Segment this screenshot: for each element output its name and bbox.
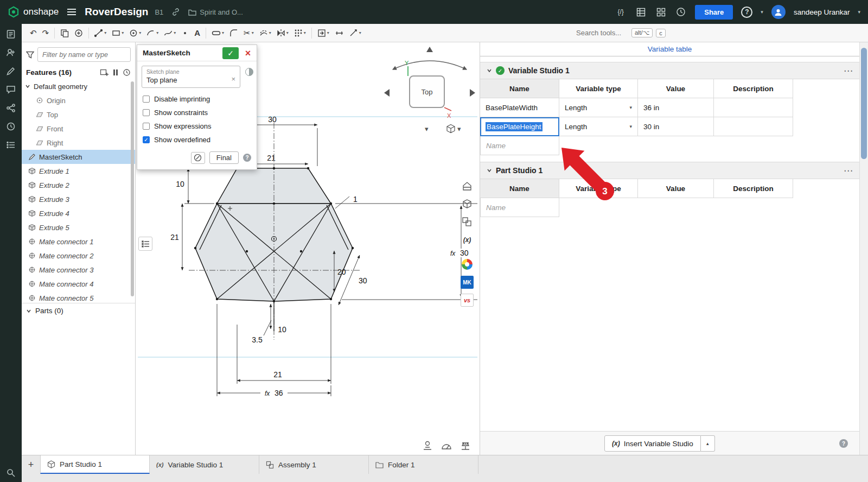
- slot-tool-caret-icon[interactable]: ▾: [222, 30, 224, 35]
- stamp-icon[interactable]: [422, 441, 433, 451]
- dim-fx-36[interactable]: 36: [275, 389, 283, 397]
- offset-tool-caret-icon[interactable]: ▾: [269, 30, 271, 35]
- search-settings-icon[interactable]: [6, 468, 16, 478]
- panel-help-icon[interactable]: ?: [839, 439, 848, 448]
- constraint-tool-caret-icon[interactable]: ▾: [359, 30, 361, 35]
- arc-tool-caret-icon[interactable]: ▾: [156, 30, 158, 35]
- suppress-icon[interactable]: [113, 69, 118, 75]
- named-views-icon[interactable]: [460, 197, 474, 211]
- copy-icon[interactable]: [58, 27, 72, 39]
- value-cell[interactable]: 36 in: [638, 98, 714, 117]
- document-title[interactable]: RoverDesign: [85, 6, 148, 18]
- description-cell[interactable]: [714, 98, 793, 117]
- learning-center-icon[interactable]: [675, 6, 687, 18]
- measure-tool[interactable]: [332, 27, 347, 39]
- arc-tool[interactable]: ▾: [144, 27, 161, 39]
- view-menu-caret[interactable]: ▾: [425, 125, 429, 133]
- tree-item-extrude-4[interactable]: Extrude 4: [22, 206, 135, 220]
- version-badge[interactable]: B1: [155, 8, 163, 16]
- insert-feature-icon[interactable]: [100, 69, 108, 77]
- avatar[interactable]: [771, 5, 786, 19]
- display-states-icon[interactable]: [460, 215, 474, 229]
- document-panel-icon[interactable]: [6, 29, 16, 39]
- dim-20[interactable]: 20: [337, 268, 346, 276]
- tree-item-front-plane[interactable]: Front: [22, 122, 135, 136]
- tree-item-mate-connector-3[interactable]: Mate connector 3: [22, 263, 135, 277]
- offset-tool[interactable]: ▾: [257, 27, 274, 39]
- half-section-icon[interactable]: [245, 68, 253, 76]
- clear-plane-icon[interactable]: ×: [231, 75, 235, 83]
- dim-30-top[interactable]: 30: [268, 115, 277, 124]
- tab-part-studio-1[interactable]: Part Studio 1: [40, 455, 150, 474]
- insert-button-caret[interactable]: ▴: [701, 435, 715, 452]
- tree-item-extrude-3[interactable]: Extrude 3: [22, 192, 135, 206]
- show-expressions-checkbox[interactable]: Show expressions: [137, 119, 257, 133]
- tab-assembly-1[interactable]: Assembly 1: [259, 455, 369, 474]
- insert-variable-studio-button[interactable]: (x) Insert Variable Studio ▴: [604, 435, 715, 452]
- search-tools-input[interactable]: [576, 29, 628, 37]
- section-menu-icon[interactable]: ⋯: [844, 165, 853, 176]
- spline-tool[interactable]: ▾: [161, 27, 178, 39]
- link-icon[interactable]: [170, 6, 182, 18]
- fillet-tool[interactable]: [227, 27, 241, 39]
- feature-list-icon[interactable]: [6, 140, 16, 150]
- variable-studio-section-header[interactable]: ✓ Variable Studio 1 ⋯: [480, 62, 859, 79]
- tree-item-top-plane[interactable]: Top: [22, 107, 135, 122]
- dim-21-left[interactable]: 21: [170, 233, 179, 242]
- dim-21-top[interactable]: 21: [267, 154, 276, 162]
- line-tool[interactable]: ▾: [92, 27, 109, 39]
- slot-tool[interactable]: ▾: [209, 27, 227, 39]
- rotate-up-icon[interactable]: [426, 47, 433, 52]
- collaboration-icon[interactable]: [6, 103, 16, 113]
- add-tab-button[interactable]: +: [22, 455, 40, 474]
- name-cell-editing[interactable]: BasePlateHeight: [480, 117, 559, 136]
- view-cube[interactable]: Top Y X: [381, 46, 478, 122]
- line-tool-caret-icon[interactable]: ▾: [104, 30, 106, 35]
- dialog-help-icon[interactable]: ?: [243, 154, 251, 162]
- show-overdefined-checkbox[interactable]: ✓Show overdefined: [137, 133, 257, 147]
- type-dropdown[interactable]: Length▾: [559, 98, 638, 117]
- sketch-preview-button[interactable]: [191, 152, 205, 164]
- new-variable-name-cell[interactable]: Name: [480, 198, 559, 217]
- dim-3-5[interactable]: 3.5: [252, 335, 263, 344]
- tree-item-mastersketch[interactable]: MasterSketch: [22, 150, 135, 164]
- point-tool[interactable]: [178, 28, 192, 39]
- follow-mode-icon[interactable]: [6, 48, 16, 58]
- sketch-plane-field[interactable]: Sketch plane Top plane ×: [142, 66, 240, 88]
- main-menu-icon[interactable]: [65, 7, 78, 17]
- dim-30-diagonal[interactable]: 30: [359, 276, 367, 285]
- chevron-down-icon[interactable]: [25, 84, 30, 89]
- mk-app-icon[interactable]: MK: [460, 275, 474, 289]
- dim-1-right[interactable]: 1: [353, 195, 358, 204]
- view-mode-button[interactable]: ▾: [446, 124, 461, 134]
- spreadsheet-icon[interactable]: [635, 6, 647, 18]
- undo-button[interactable]: ↶: [27, 27, 40, 39]
- trim-tool-caret-icon[interactable]: ▾: [252, 30, 254, 35]
- mirror-tool[interactable]: ▾: [274, 27, 291, 39]
- parts-section-header[interactable]: Parts (0): [22, 303, 135, 318]
- description-cell[interactable]: [714, 117, 793, 136]
- rectangle-tool[interactable]: ▾: [109, 27, 126, 39]
- name-cell[interactable]: BasePlateWidth: [480, 98, 559, 117]
- value-cell[interactable]: 30 in: [638, 117, 714, 136]
- part-studio-section-header[interactable]: Part Studio 1 ⋯: [480, 162, 859, 179]
- export-tool[interactable]: ▾: [315, 27, 332, 39]
- pattern-tool[interactable]: ▾: [291, 27, 309, 39]
- tree-item-extrude-5[interactable]: Extrude 5: [22, 220, 135, 234]
- versions-icon[interactable]: [6, 122, 16, 131]
- tree-item-mate-connector-2[interactable]: Mate connector 2: [22, 249, 135, 263]
- onshape-logo[interactable]: onshape: [8, 6, 59, 18]
- share-button[interactable]: Share: [695, 5, 733, 20]
- graphics-canvas[interactable]: 30 21 10 1 21 20 30 10 3.5: [136, 42, 480, 455]
- pattern-tool-caret-icon[interactable]: ▾: [304, 30, 306, 35]
- tree-item-right-plane[interactable]: Right: [22, 136, 135, 150]
- circle-tool[interactable]: ▾: [126, 27, 144, 39]
- apps-grid-icon[interactable]: [655, 6, 667, 18]
- tree-item-origin[interactable]: Origin: [22, 93, 135, 107]
- scale-icon[interactable]: [460, 441, 471, 451]
- breadcrumb[interactable]: Spirit and O...: [188, 8, 242, 16]
- help-button[interactable]: ?: [741, 7, 752, 18]
- user-name[interactable]: sandeep Urankar: [794, 8, 850, 16]
- rotate-right-icon[interactable]: [470, 89, 475, 97]
- text-tool[interactable]: A: [192, 27, 203, 39]
